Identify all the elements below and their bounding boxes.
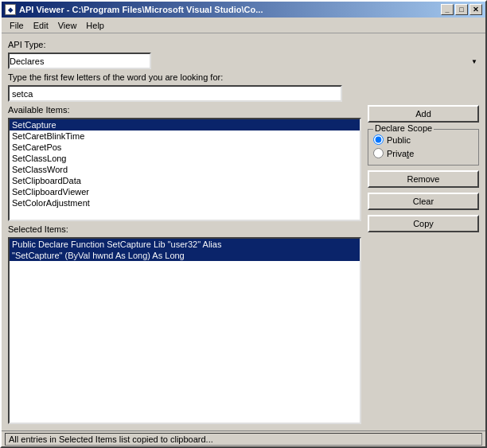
selected-items-list[interactable]: Public Declare Function SetCapture Lib "… — [8, 237, 361, 424]
status-text: All entries in Selected Items list copie… — [9, 434, 213, 444]
window-title: API Viewer - C:\Program Files\Microsoft … — [19, 5, 438, 14]
list-item[interactable]: SetClassWord — [10, 164, 360, 175]
right-panel: Add Declare Scope Public Private Remove — [368, 105, 479, 424]
list-item[interactable]: "SetCapture" (ByVal hwnd As Long) As Lon… — [10, 250, 360, 261]
declare-scope-label: Declare Scope — [373, 123, 434, 133]
status-bar: All entries in Selected Items list copie… — [2, 430, 485, 446]
menu-view[interactable]: View — [53, 19, 82, 32]
main-area: Available Items: SetCapture SetCaretBlin… — [8, 105, 479, 424]
list-item[interactable]: Public Declare Function SetCapture Lib "… — [10, 239, 360, 250]
api-type-label: API Type: — [8, 40, 479, 49]
list-item[interactable]: SetClassLong — [10, 153, 360, 164]
selected-items-label: Selected Items: — [8, 224, 361, 234]
list-item[interactable]: SetCapture — [10, 119, 360, 131]
private-radio-row: Private — [373, 146, 473, 160]
public-radio-row: Public — [373, 133, 473, 146]
add-button[interactable]: Add — [368, 105, 479, 123]
menu-bar: File Edit View Help — [2, 18, 485, 33]
declare-scope-group: Declare Scope Public Private — [368, 129, 479, 166]
api-type-select-container: DeclaresConstantsTypes — [8, 53, 479, 69]
menu-help[interactable]: Help — [81, 19, 109, 32]
clear-button[interactable]: Clear — [368, 193, 479, 210]
content-area: API Type: DeclaresConstantsTypes Type th… — [2, 33, 485, 430]
menu-edit[interactable]: Edit — [29, 19, 53, 32]
private-radio[interactable] — [373, 148, 384, 158]
close-button[interactable]: ✕ — [469, 4, 482, 15]
menu-file[interactable]: File — [5, 19, 29, 32]
maximize-button[interactable]: □ — [455, 4, 468, 15]
list-item[interactable]: SetCaretPos — [10, 142, 360, 153]
public-radio[interactable] — [373, 134, 384, 145]
public-label: Public — [387, 135, 411, 145]
list-item[interactable]: SetColorAdjustment — [10, 197, 360, 208]
search-input[interactable] — [8, 85, 342, 102]
main-window: ◆ API Viewer - C:\Program Files\Microsof… — [0, 0, 487, 448]
left-panel: Available Items: SetCapture SetCaretBlin… — [8, 105, 361, 424]
available-items-list[interactable]: SetCapture SetCaretBlinkTime SetCaretPos… — [8, 118, 361, 221]
list-item[interactable]: SetClipboardData — [10, 175, 360, 186]
window-icon: ◆ — [5, 4, 16, 15]
list-item[interactable]: SetClipboardViewer — [10, 186, 360, 197]
list-item[interactable]: SetCaretBlinkTime — [10, 131, 360, 142]
minimize-button[interactable]: _ — [441, 4, 454, 15]
search-label: Type the first few letters of the word y… — [8, 72, 479, 82]
title-bar: ◆ API Viewer - C:\Program Files\Microsof… — [2, 2, 485, 18]
status-panel: All entries in Selected Items list copie… — [5, 433, 482, 446]
api-type-select[interactable]: DeclaresConstantsTypes — [8, 53, 151, 69]
remove-button[interactable]: Remove — [368, 170, 479, 188]
private-label: Private — [387, 149, 414, 158]
title-bar-buttons: _ □ ✕ — [441, 4, 482, 15]
available-items-label: Available Items: — [8, 105, 361, 115]
copy-button[interactable]: Copy — [368, 215, 479, 232]
